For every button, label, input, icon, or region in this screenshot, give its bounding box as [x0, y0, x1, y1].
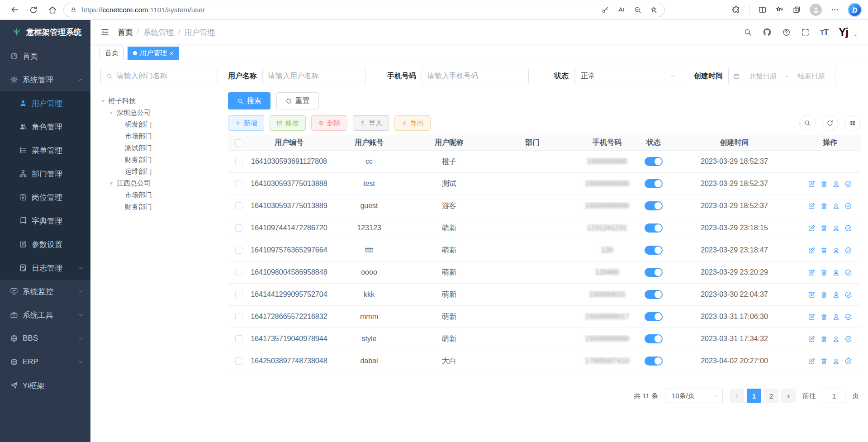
tree-node-研发部门[interactable]: 研发部门 [100, 119, 218, 130]
tree-expand-caret-icon[interactable]: ▾ [100, 98, 106, 104]
row-checkbox[interactable] [235, 180, 242, 187]
delete-icon[interactable] [820, 224, 828, 232]
search-icon[interactable] [744, 28, 752, 37]
edit-square-icon[interactable] [808, 180, 816, 188]
favorite-star-icon[interactable] [650, 6, 658, 14]
reset-password-icon[interactable] [832, 247, 840, 254]
edit-square-icon[interactable] [808, 247, 816, 254]
delete-icon[interactable] [820, 291, 828, 299]
user-avatar[interactable]: Yj [839, 27, 848, 38]
edit-square-icon[interactable] [808, 357, 816, 365]
status-toggle[interactable] [645, 312, 663, 321]
next-page-button[interactable]: › [781, 389, 796, 403]
favorites-bar-icon[interactable] [775, 5, 784, 14]
status-toggle[interactable] [645, 157, 663, 166]
delete-icon[interactable] [820, 269, 828, 276]
tab-用户管理[interactable]: 用户管理× [128, 47, 179, 60]
tree-node-市场部门[interactable]: 市场部门 [100, 130, 218, 142]
delete-icon[interactable] [820, 335, 828, 343]
page-button-1[interactable]: 1 [747, 389, 761, 403]
read-aloud-icon[interactable] [617, 6, 626, 14]
breadcrumb-item-2[interactable]: 用户管理 [184, 27, 215, 38]
row-checkbox[interactable] [235, 158, 242, 165]
show-search-button[interactable] [799, 115, 816, 131]
sidebar-item-ERP[interactable]: ERP [0, 350, 90, 374]
breadcrumb-item-1[interactable]: 系统管理 [143, 27, 174, 38]
sidebar-item-系统监控[interactable]: 系统监控 [0, 280, 90, 303]
sidebar-collapse-icon[interactable] [100, 28, 109, 37]
reset-password-icon[interactable] [832, 357, 840, 365]
collections-icon[interactable] [792, 5, 801, 14]
exp-button[interactable]: 导出 [394, 115, 431, 131]
status-toggle[interactable] [645, 246, 663, 255]
tree-node-运维部门[interactable]: 运维部门 [100, 166, 218, 177]
status-toggle[interactable] [645, 223, 663, 233]
github-icon[interactable] [763, 28, 772, 37]
status-toggle[interactable] [645, 356, 663, 366]
prev-page-button[interactable]: ‹ [730, 389, 744, 403]
assign-role-icon[interactable] [844, 291, 852, 299]
edit-square-icon[interactable] [808, 313, 816, 321]
status-toggle[interactable] [645, 268, 663, 277]
sidebar-item-参数设置[interactable]: 参数设置 [0, 233, 90, 256]
tree-node-财务部门[interactable]: 财务部门 [100, 154, 218, 166]
edit-button[interactable]: 修改 [270, 115, 306, 131]
zoom-out-icon[interactable] [634, 6, 642, 14]
sidebar-item-部门管理[interactable]: 部门管理 [0, 162, 90, 185]
column-settings-button[interactable] [844, 115, 861, 131]
page-button-2[interactable]: 2 [764, 389, 778, 403]
status-toggle[interactable] [645, 179, 663, 188]
edit-square-icon[interactable] [808, 202, 816, 210]
sidebar-item-岗位管理[interactable]: 岗位管理 [0, 185, 90, 209]
username-input[interactable] [262, 68, 365, 84]
tree-node-橙子科技[interactable]: ▾橙子科技 [100, 95, 218, 107]
sidebar-item-BBS[interactable]: BBS [0, 327, 90, 350]
row-checkbox[interactable] [235, 313, 242, 320]
more-dots-icon[interactable] [830, 5, 839, 14]
status-select[interactable]: 正常 [574, 68, 681, 84]
reset-password-icon[interactable] [832, 224, 840, 232]
tree-node-深圳总公司[interactable]: ▾深圳总公司 [100, 107, 218, 119]
edit-square-icon[interactable] [808, 291, 816, 299]
password-icon[interactable] [601, 6, 609, 14]
reset-password-icon[interactable] [832, 291, 840, 299]
close-icon[interactable]: × [170, 50, 174, 57]
add-button[interactable]: 新增 [228, 115, 264, 131]
back-icon[interactable] [6, 2, 23, 18]
assign-role-icon[interactable] [844, 224, 852, 232]
row-checkbox[interactable] [235, 335, 242, 342]
refresh-table-button[interactable] [822, 115, 838, 131]
tree-expand-caret-icon[interactable]: ▾ [109, 109, 114, 116]
split-screen-icon[interactable] [758, 5, 767, 14]
status-toggle[interactable] [645, 201, 663, 210]
search-button[interactable]: 搜索 [228, 92, 270, 109]
sidebar-item-系统工具[interactable]: 系统工具 [0, 303, 90, 327]
assign-role-icon[interactable] [844, 180, 852, 188]
tree-expand-caret-icon[interactable]: ▾ [109, 180, 114, 186]
sidebar-item-首页[interactable]: 首页 [0, 44, 90, 68]
sidebar-item-菜单管理[interactable]: 菜单管理 [0, 138, 90, 162]
row-checkbox[interactable] [235, 202, 242, 209]
date-range-picker[interactable]: 开始日期 - 结束日期 [728, 68, 835, 84]
reset-password-icon[interactable] [832, 269, 840, 276]
sidebar-item-字典管理[interactable]: 字典管理 [0, 209, 90, 233]
reset-password-icon[interactable] [832, 335, 840, 343]
assign-role-icon[interactable] [844, 247, 852, 254]
tree-node-测试部门[interactable]: 测试部门 [100, 142, 218, 154]
profile-avatar-icon[interactable] [810, 4, 822, 16]
lock-icon[interactable] [70, 6, 77, 13]
row-checkbox[interactable] [235, 247, 242, 254]
assign-role-icon[interactable] [844, 313, 852, 321]
status-toggle[interactable] [645, 334, 663, 343]
address-bar[interactable]: https://ccnetcore.com:1101/system/user [63, 3, 665, 17]
sidebar-item-角色管理[interactable]: 角色管理 [0, 115, 90, 138]
row-checkbox[interactable] [235, 291, 242, 298]
imp-button[interactable]: 导入 [353, 115, 389, 131]
sidebar-item-日志管理[interactable]: 日志管理 [0, 256, 90, 280]
app-logo[interactable]: 意框架管理系统 [0, 20, 90, 44]
home-icon[interactable] [44, 2, 61, 18]
avatar-caret-icon[interactable] [853, 33, 858, 38]
delete-icon[interactable] [820, 357, 828, 365]
tree-node-财务部门[interactable]: 财务部门 [100, 201, 218, 213]
tree-node-市场部门[interactable]: 市场部门 [100, 189, 218, 201]
